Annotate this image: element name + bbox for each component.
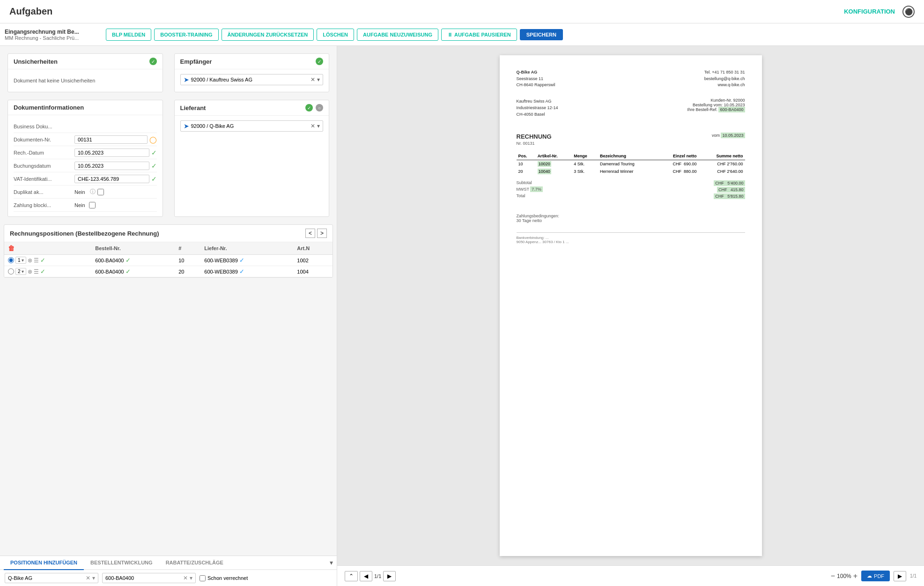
zahlungsbedingungen-val: 30 Tage netto — [517, 218, 745, 223]
supplier-field[interactable]: Q-Bike AG ✕ ▾ — [5, 573, 98, 583]
col-delete: 🗑 — [4, 242, 91, 255]
recipient-street: Industriestrasse 12-14 — [517, 104, 558, 111]
row2-bestell: 600-BA0400 ✓ — [91, 266, 175, 277]
positions-table-wrap: 🗑 Bestell-Nr. # Liefer-Nr. Art.N — [4, 242, 333, 277]
inv-zoom-in-button[interactable]: + — [853, 572, 857, 580]
row2-bestell-check: ✓ — [126, 268, 131, 275]
row2-actions: 2 ▾ ⊗ ☰ ✓ — [4, 266, 91, 277]
lieferant-body: ➤ 92000 / Q-Bike AG ✕ ▾ — [175, 116, 329, 136]
lieferant-x-icon[interactable]: ✕ — [310, 123, 315, 129]
invoice-table-header: Pos. Artikel-Nr. Menge Bezeichnung Einze… — [517, 152, 745, 160]
positions-nav: < > — [305, 229, 327, 238]
empfaenger-dropdown-icon[interactable]: ▾ — [317, 76, 320, 83]
inv-col-bez: Bezeichnung — [598, 152, 657, 160]
loeschen-button[interactable]: LÖSCHEN — [317, 29, 354, 41]
inv-zoom-out-button[interactable]: − — [831, 572, 835, 580]
tab-bestellentwicklung[interactable]: BESTELLENTWICKLUNG — [84, 556, 159, 570]
inv-sidebar-button[interactable]: ▶ — [894, 571, 906, 581]
table-row: 1 ▾ ⊗ ☰ ✓ 600-BA0400 — [4, 255, 333, 266]
invoice-contact: Tel. +41 71 850 31 31 bestellung@q-bike.… — [704, 69, 745, 89]
invoice-scroll[interactable]: Q-Bike AG Seestrasse 11 CH-8640 Rappersw… — [337, 46, 924, 565]
empfaenger-field[interactable]: ➤ 92000 / Kauftreu Swiss AG ✕ ▾ — [180, 74, 324, 85]
vat-input[interactable] — [74, 175, 149, 183]
pdf-button[interactable]: ☁ PDF — [861, 571, 890, 581]
top-bar: Aufgaben KONFIGURATION ⚫ — [0, 0, 924, 23]
empfaenger-x-icon[interactable]: ✕ — [310, 76, 315, 83]
lieferant-arrow-icon[interactable]: ➤ — [184, 122, 189, 130]
field-duplikat: Duplikat ak... Nein ⓘ — [14, 185, 157, 199]
globe-icon[interactable]: ⚫ — [902, 6, 915, 18]
order-x-icon[interactable]: ✕ — [183, 575, 188, 581]
inv-up-button[interactable]: ⌃ — [345, 571, 358, 581]
schon-verrechnet-label: Schon verrechnet — [200, 575, 248, 581]
tab-expand-icon[interactable]: ▾ — [330, 559, 333, 566]
inv-next-button[interactable]: ▶ — [383, 571, 396, 581]
zahlung-checkbox[interactable] — [89, 202, 96, 208]
table-header-row: 🗑 Bestell-Nr. # Liefer-Nr. Art.N — [4, 242, 333, 255]
tab-rabatte-zuschlaege[interactable]: RABATTE/ZUSCHLÄGE — [159, 556, 230, 570]
row1-bestell-check: ✓ — [126, 257, 131, 264]
booster-training-button[interactable]: BOOSTER-TRAINING — [154, 29, 218, 41]
col-hash: # — [175, 242, 200, 255]
field-business-doku: Business Doku... — [14, 120, 157, 133]
inv-col-art: Artikel-Nr. — [536, 152, 572, 160]
positions-next-button[interactable]: > — [317, 229, 327, 238]
middle-row-cards: Dokumentinformationen Business Doku... D… — [4, 96, 333, 221]
supplier-x-icon[interactable]: ✕ — [86, 575, 90, 581]
supplier-dropdown-icon[interactable]: ▾ — [92, 575, 95, 581]
col-art: Art.N — [293, 242, 333, 255]
vat-check-icon: ✓ — [151, 175, 157, 183]
lieferant-dropdown-icon[interactable]: ▾ — [317, 123, 320, 129]
tab-positionen-hinzufuegen[interactable]: POSITIONEN HINZUFÜGEN — [4, 556, 84, 570]
rech-datum-input[interactable] — [74, 148, 149, 157]
unsicherheiten-text: Dokument hat keine Unsicherheiten — [14, 74, 157, 87]
row1-radio[interactable] — [8, 257, 14, 263]
row2-dropdown-arrow[interactable]: ▾ — [22, 269, 24, 274]
lieferant-card: Lieferant ✓ ○ ➤ 92000 / Q-Bike AG ✕ ▾ — [174, 100, 330, 217]
inv-row1-summe: CHF 2'760.00 — [698, 160, 745, 168]
speichern-button[interactable]: SPEICHERN — [520, 29, 563, 40]
inv-nav-left: ⌃ ◀ 1/1 ▶ — [345, 571, 396, 581]
contact-email: bestellung@q-bike.ch — [704, 76, 745, 82]
inv-row2-art: 10040 — [536, 168, 572, 175]
sender-street: Seestrasse 11 — [517, 76, 555, 82]
delete-all-icon[interactable]: 🗑 — [8, 245, 15, 252]
row2-radio[interactable] — [8, 268, 14, 274]
aufgabe-pausieren-button[interactable]: ⏸ AUFGABE PAUSIEREN — [441, 29, 517, 41]
inv-prev-button[interactable]: ◀ — [360, 571, 372, 581]
empfaenger-arrow-icon[interactable]: ➤ — [184, 76, 189, 83]
aufgabe-neuzuweisung-button[interactable]: AUFGABE NEUZUWEISUNG — [357, 29, 438, 41]
buchungsdatum-input[interactable] — [74, 162, 149, 170]
invoice-recipient-section: Kauftreu Swiss AG Industriestrasse 12-14… — [517, 98, 745, 126]
row1-x-icon[interactable]: ⊗ — [28, 257, 32, 264]
duplikat-checkbox[interactable] — [97, 189, 104, 195]
col-liefer: Liefer-Nr. — [200, 242, 293, 255]
lieferant-title: Lieferant — [180, 104, 206, 111]
order-dropdown-icon[interactable]: ▾ — [190, 575, 192, 581]
buchungsdatum-check-icon: ✓ — [151, 162, 157, 170]
order-field[interactable]: 600-BA0400 ✕ ▾ — [102, 573, 196, 583]
lieferant-field[interactable]: ➤ 92000 / Q-Bike AG ✕ ▾ — [180, 120, 324, 132]
inv-row1-art: 10020 — [536, 160, 572, 168]
row2-x-icon[interactable]: ⊗ — [28, 268, 32, 275]
doc-info: Eingangsrechnung mit Be... MM Rechnung -… — [5, 29, 98, 41]
konfiguration-link[interactable]: KONFIGURATION — [844, 8, 895, 15]
row1-dropdown-arrow[interactable]: ▾ — [22, 258, 24, 263]
aenderungen-zuruecksetzen-button[interactable]: ÄNDERUNGEN ZURÜCKSETZEN — [222, 29, 314, 41]
rech-datum-check-icon: ✓ — [151, 149, 157, 156]
left-scroll-area[interactable]: Unsicherheiten ✓ Dokument hat keine Unsi… — [0, 46, 337, 556]
row1-actions: 1 ▾ ⊗ ☰ ✓ — [4, 255, 91, 266]
inv-row1-menge: 4 Stk. — [572, 160, 598, 168]
customer-label: Kunden-Nr. 92000 — [687, 98, 745, 103]
dok-nr-input[interactable] — [74, 135, 148, 144]
positions-prev-button[interactable]: < — [305, 229, 315, 238]
blp-melden-button[interactable]: BLP MELDEN — [106, 29, 151, 41]
row2-list-icon[interactable]: ☰ — [34, 268, 39, 275]
invoice-recipient: Kauftreu Swiss AG Industriestrasse 12-14… — [517, 98, 558, 118]
schon-verrechnet-checkbox[interactable] — [200, 575, 206, 581]
row2-hash: 20 — [175, 266, 200, 277]
row1-list-icon[interactable]: ☰ — [34, 257, 39, 264]
invoice-page: Q-Bike AG Seestrasse 11 CH-8640 Rappersw… — [500, 55, 762, 556]
lieferant-header: Lieferant ✓ ○ — [175, 100, 329, 116]
total-label: Total — [517, 193, 525, 199]
